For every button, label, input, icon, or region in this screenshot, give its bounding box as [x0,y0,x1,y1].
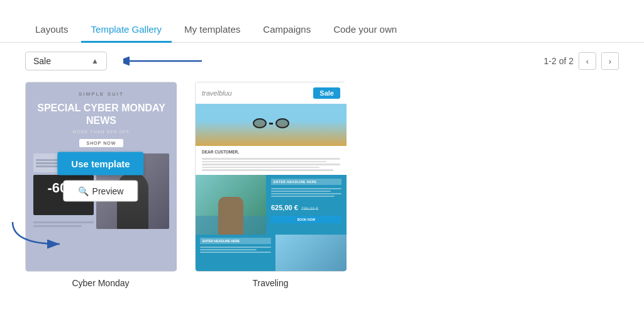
traveling-thumbnail: travelbluu Sale DEAR CUST [196,82,347,271]
tab-my-templates[interactable]: My templates [174,18,250,43]
tab-template-gallery[interactable]: Template Gallery [81,18,172,43]
template-name-cyber-monday: Cyber Monday [25,278,176,288]
chevron-down-icon: ▲ [91,57,99,65]
cyber-headline: SPECIAL CYBER MONDAY NEWS [33,102,169,127]
cyber-brand: SIMPLE SUIT [79,91,124,97]
cyber-footer-line-1 [33,221,94,223]
trav-body-line-2 [271,191,331,192]
trav-line-2 [202,161,326,163]
trav-island-image [196,175,266,235]
trav-price: 625,00 € [271,204,298,211]
trav-right-panel: ENTER HEADLINE HERE 625,00 € 799,00 € [266,175,347,235]
pagination: 1-2 of 2 ‹ › [544,52,619,70]
tabs-bar: Layouts Template Gallery My templates Ca… [0,0,644,43]
trav-book-now: BOOK NOW [271,216,341,223]
trav-bottom-line-3 [200,252,271,253]
thumb-traveling: travelbluu Sale DEAR CUST [196,82,347,271]
trav-bottom-line-1 [200,247,271,248]
card-inner-traveling: travelbluu Sale DEAR CUST [195,82,346,272]
pagination-prev-button[interactable]: ‹ [579,52,596,70]
trav-bottom-lines [200,247,271,253]
trav-line-1 [202,158,340,160]
trav-headline: ENTER HEADLINE HERE [271,179,341,185]
card-inner-cyber-monday: SIMPLE SUIT SPECIAL CYBER MONDAY NEWS MO… [25,82,176,272]
trav-dear-customer: DEAR CUSTOMER, [196,146,347,158]
trav-line-4 [202,167,319,169]
trav-logo: travelbluu [202,89,232,97]
trav-body-lines [271,188,341,197]
cyber-footer [33,221,94,229]
template-card-cyber-monday[interactable]: SIMPLE SUIT SPECIAL CYBER MONDAY NEWS MO… [25,82,176,288]
filter-left: Sale ▲ [25,52,205,70]
template-gallery: SIMPLE SUIT SPECIAL CYBER MONDAY NEWS MO… [0,82,644,288]
template-name-traveling: Traveling [195,278,346,288]
trav-bottom-section: ENTER HEADLINE HERE [196,235,347,271]
arrow-annotation [118,54,205,68]
tab-code-your-own[interactable]: Code your own [323,18,407,43]
cyber-subline: MORE THAN 50% OFF [73,130,130,134]
filter-dropdown[interactable]: Sale ▲ [25,52,107,70]
template-card-traveling[interactable]: travelbluu Sale DEAR CUST [195,82,346,288]
search-icon: 🔍 [78,186,89,196]
preview-button[interactable]: 🔍 Preview [64,181,138,202]
filter-row: Sale ▲ 1-2 of 2 ‹ › [0,43,644,79]
trav-bottom-left: ENTER HEADLINE HERE [196,235,275,271]
filter-selected-value: Sale [33,56,51,66]
trav-hero-image [196,104,347,146]
trav-mid-section: ENTER HEADLINE HERE 625,00 € 799,00 € [196,175,347,235]
trav-bottom-line-2 [200,249,257,250]
trav-sale-badge: Sale [313,87,340,99]
trav-line-3 [202,164,340,165]
trav-body-line-3 [271,193,341,194]
trav-sky-image [275,235,347,271]
trav-rock [218,197,243,235]
pagination-next-button[interactable]: › [601,52,619,70]
preview-label: Preview [92,186,124,196]
cyber-shop-btn: SHOP NOW [79,139,124,147]
trav-body-text [196,158,347,171]
pagination-summary: 1-2 of 2 [544,56,574,66]
trav-body-line-1 [271,188,341,189]
trav-line-5 [202,169,333,171]
tab-layouts[interactable]: Layouts [25,18,79,43]
cyber-footer-line-2 [33,225,82,227]
blue-arrow-icon [123,54,205,68]
overlay-buttons-cyber-monday: Use template 🔍 Preview [57,152,143,202]
tab-campaigns[interactable]: Campaigns [253,18,321,43]
trav-old-price: 799,00 € [301,206,318,211]
use-template-button[interactable]: Use template [57,152,143,175]
trav-body-line-4 [271,196,335,197]
trav-bottom-headline: ENTER HEADLINE HERE [200,238,271,244]
trav-header: travelbluu Sale [196,82,347,104]
